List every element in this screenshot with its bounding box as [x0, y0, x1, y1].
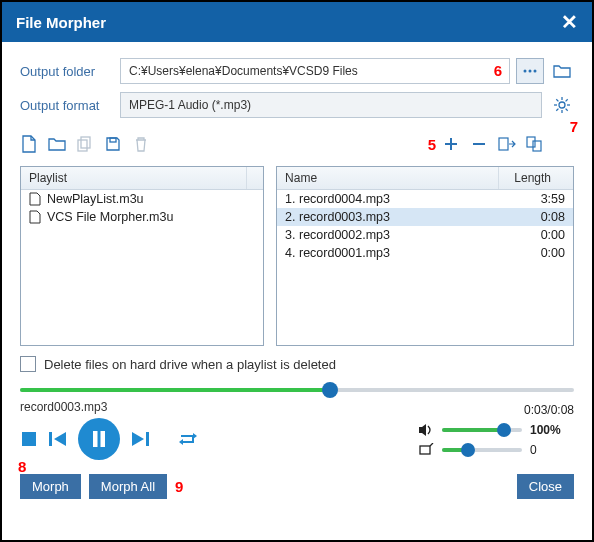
annotation-8: 8	[18, 458, 26, 475]
duplicate-tracks-icon[interactable]	[526, 135, 544, 153]
close-button[interactable]: Close	[517, 474, 574, 499]
pause-button[interactable]	[78, 418, 120, 460]
svg-rect-21	[22, 432, 36, 446]
playlist-item-label: NewPlayList.m3u	[47, 192, 144, 206]
repeat-button[interactable]	[178, 431, 198, 447]
svg-rect-25	[101, 431, 106, 447]
prev-button[interactable]	[48, 430, 68, 448]
pitch-icon	[418, 443, 434, 457]
track-row[interactable]: 2. record0003.mp30:08	[277, 208, 573, 226]
track-name: 1. record0004.mp3	[285, 192, 505, 206]
window-title: File Morpher	[16, 14, 106, 31]
svg-marker-26	[132, 432, 144, 446]
svg-rect-20	[533, 141, 541, 151]
svg-rect-22	[49, 432, 52, 446]
seek-thumb[interactable]	[322, 382, 338, 398]
file-icon	[29, 192, 41, 206]
tracks-panel: Name Length 1. record0004.mp33:592. reco…	[276, 166, 574, 346]
save-icon[interactable]	[104, 135, 122, 153]
pitch-value: 0	[530, 443, 574, 457]
svg-rect-13	[78, 140, 87, 151]
tracks-length-header: Length	[499, 167, 559, 189]
annotation-6: 6	[494, 62, 502, 79]
svg-marker-28	[179, 439, 183, 445]
svg-line-11	[566, 99, 568, 101]
time-display: 0:03/0:08	[418, 403, 574, 417]
volume-thumb[interactable]	[497, 423, 511, 437]
svg-point-3	[559, 102, 565, 108]
volume-icon	[418, 423, 434, 437]
track-length: 3:59	[511, 192, 565, 206]
folder-icon	[553, 64, 571, 78]
output-format-label: Output format	[20, 98, 120, 113]
browse-button[interactable]	[516, 58, 544, 84]
svg-point-2	[534, 70, 537, 73]
stop-button[interactable]	[20, 430, 38, 448]
svg-rect-31	[420, 446, 430, 454]
svg-line-32	[430, 443, 433, 446]
gear-icon	[553, 96, 571, 114]
svg-rect-18	[499, 138, 508, 150]
export-tracks-icon[interactable]	[498, 135, 516, 153]
annotation-9: 9	[175, 478, 183, 495]
svg-rect-12	[81, 137, 90, 148]
pause-icon	[90, 429, 108, 449]
svg-point-1	[529, 70, 532, 73]
playlist-panel: Playlist NewPlayList.m3uVCS File Morpher…	[20, 166, 264, 346]
copy-icon	[76, 135, 94, 153]
file-icon	[29, 210, 41, 224]
volume-value: 100%	[530, 423, 574, 437]
svg-rect-19	[527, 137, 535, 147]
svg-marker-23	[54, 432, 66, 446]
new-file-icon[interactable]	[20, 135, 38, 153]
svg-rect-14	[110, 138, 116, 142]
track-length: 0:00	[511, 228, 565, 242]
track-row[interactable]: 1. record0004.mp33:59	[277, 190, 573, 208]
svg-marker-30	[419, 424, 426, 436]
track-length: 0:08	[511, 210, 565, 224]
delete-files-label: Delete files on hard drive when a playli…	[44, 357, 336, 372]
tracks-name-header: Name	[277, 167, 499, 189]
track-length: 0:00	[511, 246, 565, 260]
playlist-item[interactable]: VCS File Morpher.m3u	[21, 208, 263, 226]
playlist-item-label: VCS File Morpher.m3u	[47, 210, 173, 224]
open-file-icon[interactable]	[48, 135, 66, 153]
open-folder-button[interactable]	[550, 59, 574, 83]
current-track-label: record0003.mp3	[20, 400, 198, 414]
svg-marker-29	[193, 433, 197, 439]
svg-line-9	[566, 109, 568, 111]
svg-line-10	[556, 109, 558, 111]
add-track-icon[interactable]	[442, 135, 460, 153]
ellipsis-icon	[522, 67, 538, 75]
close-icon[interactable]: ✕	[561, 10, 578, 34]
remove-track-icon[interactable]	[470, 135, 488, 153]
output-format-value: MPEG-1 Audio (*.mp3)	[129, 98, 251, 112]
track-name: 3. record0002.mp3	[285, 228, 505, 242]
next-button[interactable]	[130, 430, 150, 448]
annotation-5: 5	[428, 136, 436, 153]
delete-icon	[132, 135, 150, 153]
playlist-item[interactable]: NewPlayList.m3u	[21, 190, 263, 208]
playlist-header: Playlist	[21, 167, 247, 189]
output-format-select[interactable]: MPEG-1 Audio (*.mp3)	[120, 92, 542, 118]
output-folder-input[interactable]	[120, 58, 510, 84]
titlebar: File Morpher ✕	[2, 2, 592, 42]
format-settings-button[interactable]	[550, 93, 574, 117]
svg-rect-24	[93, 431, 98, 447]
track-row[interactable]: 3. record0002.mp30:00	[277, 226, 573, 244]
delete-files-checkbox[interactable]	[20, 356, 36, 372]
volume-slider[interactable]	[442, 428, 522, 432]
track-row[interactable]: 4. record0001.mp30:00	[277, 244, 573, 262]
track-name: 2. record0003.mp3	[285, 210, 505, 224]
svg-point-0	[524, 70, 527, 73]
output-folder-label: Output folder	[20, 64, 120, 79]
morph-all-button[interactable]: Morph All	[89, 474, 167, 499]
track-name: 4. record0001.mp3	[285, 246, 505, 260]
svg-rect-27	[146, 432, 149, 446]
morph-button[interactable]: Morph	[20, 474, 81, 499]
svg-line-8	[556, 99, 558, 101]
seek-slider[interactable]	[20, 388, 574, 392]
pitch-thumb[interactable]	[461, 443, 475, 457]
pitch-slider[interactable]	[442, 448, 522, 452]
